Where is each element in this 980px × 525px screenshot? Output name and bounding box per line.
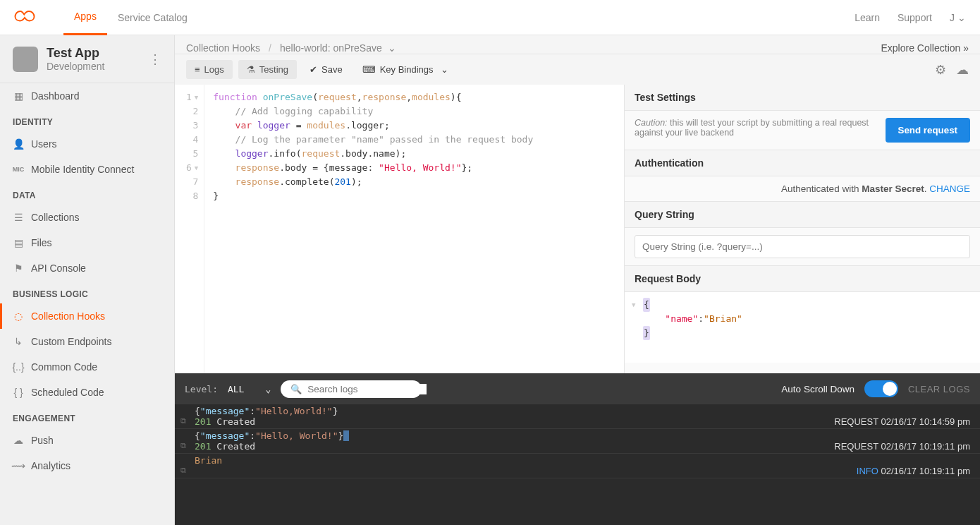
check-icon: ✔ — [310, 64, 317, 75]
test-panel: Test Settings Caution: this will test yo… — [624, 85, 980, 373]
breadcrumb-sep: / — [269, 42, 271, 54]
copy-icon[interactable]: ⧉ — [180, 441, 186, 450]
change-auth-link[interactable]: CHANGE — [929, 183, 970, 194]
keybindings-button[interactable]: ⌨Key Bindings⌄ — [355, 60, 455, 79]
sidebar-item-api-console[interactable]: ⚑ API Console — [0, 255, 174, 281]
request-body-editor[interactable]: ▼{ "name": "Brian" } — [625, 292, 980, 363]
code-editor[interactable]: 1▼ 2 3 4 5 6▼ 7 8 function onPreSave(req… — [175, 85, 624, 373]
sidebar-item-label: Dashboard — [31, 90, 80, 102]
breadcrumb: Collection Hooks / hello-world: onPreSav… — [175, 35, 980, 54]
keyboard-icon: ⌨ — [362, 64, 376, 75]
sidebar-item-label: Scheduled Code — [31, 387, 104, 398]
log-search[interactable]: 🔍 — [281, 380, 422, 398]
top-nav: Apps Service Catalog Learn Support J ⌄ — [0, 0, 980, 35]
analytics-icon: ⟿ — [13, 460, 24, 471]
logs-icon: ≡ — [195, 64, 200, 75]
code-body[interactable]: function onPreSave(request,response,modu… — [204, 85, 541, 373]
dashboard-icon: ▦ — [13, 90, 24, 102]
push-icon: ☁ — [13, 435, 24, 446]
testing-button[interactable]: ⚗Testing — [238, 60, 297, 79]
app-icon — [13, 47, 38, 72]
clear-logs-button[interactable]: CLEAR LOGS — [908, 384, 970, 394]
support-link[interactable]: Support — [898, 12, 932, 23]
learn-link[interactable]: Learn — [855, 12, 880, 23]
flask-icon: ⚗ — [247, 64, 255, 75]
sidebar-item-label: Analytics — [31, 460, 71, 471]
endpoint-icon: ↳ — [13, 336, 24, 347]
mic-icon: MIC — [13, 164, 24, 175]
user-menu[interactable]: J ⌄ — [950, 12, 966, 23]
sidebar-item-collection-hooks[interactable]: ◌ Collection Hooks — [0, 303, 174, 329]
user-icon: 👤 — [13, 138, 24, 150]
sidebar-item-label: Collection Hooks — [31, 310, 105, 322]
list-icon: ☰ — [13, 212, 24, 223]
logs-toolbar: Level: ALL⌄ 🔍 Auto Scroll Down CLEAR LOG… — [175, 373, 980, 404]
sidebar: Test App Development ⋮ ▦ Dashboard IDENT… — [0, 35, 175, 525]
query-string-header: Query String — [625, 202, 980, 228]
chevron-down-icon: ⌄ — [441, 64, 448, 75]
level-dropdown[interactable]: ALL⌄ — [228, 384, 271, 394]
chevron-down-icon: ⌄ — [265, 384, 271, 394]
autoscroll-label: Auto Scroll Down — [781, 384, 855, 394]
log-body[interactable]: {"message":"Hello,World!"} ⧉201 CreatedR… — [175, 404, 980, 525]
save-button[interactable]: ✔Save — [302, 60, 350, 79]
gear-icon[interactable]: ⚙ — [935, 62, 946, 78]
sidebar-item-push[interactable]: ☁ Push — [0, 428, 174, 453]
sidebar-item-label: Files — [31, 237, 52, 248]
logs-panel: Level: ALL⌄ 🔍 Auto Scroll Down CLEAR LOG… — [175, 373, 980, 525]
code-icon: {..} — [13, 361, 24, 373]
sidebar-section-bl: BUSINESS LOGIC — [0, 281, 174, 303]
sidebar-section-data: DATA — [0, 182, 174, 205]
sidebar-section-engagement: ENGAGEMENT — [0, 405, 174, 428]
app-menu-button[interactable]: ⋮ — [149, 52, 161, 67]
sidebar-item-users[interactable]: 👤 Users — [0, 131, 174, 157]
level-label: Level: — [185, 384, 218, 394]
tab-apps[interactable]: Apps — [63, 0, 107, 35]
sidebar-item-common-code[interactable]: {..} Common Code — [0, 354, 174, 380]
search-icon: 🔍 — [290, 384, 302, 394]
sidebar-item-label: Custom Endpoints — [31, 336, 111, 347]
breadcrumb-current[interactable]: hello-world: onPreSave — [280, 42, 382, 54]
copy-icon[interactable]: ⧉ — [180, 466, 186, 475]
logs-button[interactable]: ≡Logs — [186, 60, 233, 79]
send-request-button[interactable]: Send request — [886, 118, 970, 143]
sidebar-item-label: Collections — [31, 212, 79, 223]
logo-icon — [14, 9, 35, 26]
chevron-down-icon[interactable]: ⌄ — [388, 42, 396, 54]
sidebar-item-dashboard[interactable]: ▦ Dashboard — [0, 83, 174, 109]
cloud-icon[interactable]: ☁ — [956, 62, 969, 78]
sidebar-item-label: Push — [31, 435, 54, 446]
app-title: Test App — [47, 46, 105, 61]
sidebar-item-collections[interactable]: ☰ Collections — [0, 205, 174, 230]
schedule-icon: { } — [13, 387, 24, 398]
sidebar-item-custom-endpoints[interactable]: ↳ Custom Endpoints — [0, 329, 174, 354]
sidebar-item-label: API Console — [31, 262, 86, 274]
breadcrumb-root[interactable]: Collection Hooks — [186, 42, 260, 54]
explore-collection-link[interactable]: Explore Collection » — [881, 42, 969, 54]
sidebar-item-mic[interactable]: MIC Mobile Identity Connect — [0, 157, 174, 182]
hook-icon: ◌ — [13, 310, 24, 322]
sidebar-item-scheduled-code[interactable]: { } Scheduled Code — [0, 380, 174, 405]
sidebar-item-analytics[interactable]: ⟿ Analytics — [0, 453, 174, 478]
auth-status: Authenticated with Master Secret. CHANGE — [635, 183, 970, 194]
sidebar-item-label: Mobile Identity Connect — [31, 164, 134, 175]
log-search-input[interactable] — [307, 384, 427, 394]
app-env: Development — [47, 61, 105, 72]
auth-header: Authentication — [625, 150, 980, 176]
console-icon: ⚑ — [13, 262, 24, 274]
tab-service-catalog[interactable]: Service Catalog — [107, 0, 198, 35]
log-entry: Brian ⧉INFO 02/16/17 10:19:11 pm — [175, 454, 980, 478]
sidebar-item-label: Users — [31, 138, 57, 150]
sidebar-item-label: Common Code — [31, 361, 97, 373]
request-body-header: Request Body — [625, 266, 980, 292]
autoscroll-toggle[interactable] — [864, 380, 898, 397]
toolbar: ≡Logs ⚗Testing ✔Save ⌨Key Bindings⌄ ⚙ ☁ — [175, 54, 980, 85]
query-string-input[interactable] — [635, 235, 970, 258]
copy-icon[interactable]: ⧉ — [180, 416, 186, 426]
main: Collection Hooks / hello-world: onPreSav… — [175, 35, 980, 525]
sidebar-item-files[interactable]: ▤ Files — [0, 230, 174, 255]
sidebar-section-identity: IDENTITY — [0, 109, 174, 131]
gutter: 1▼ 2 3 4 5 6▼ 7 8 — [175, 85, 204, 373]
chevron-down-icon: ⌄ — [957, 12, 966, 23]
log-entry: {"message":"Hello, World!"} ⧉201 Created… — [175, 429, 980, 454]
